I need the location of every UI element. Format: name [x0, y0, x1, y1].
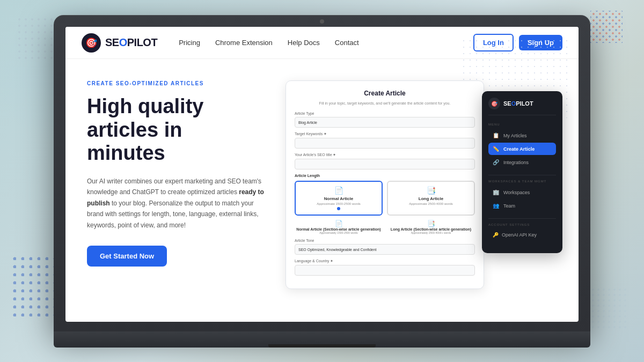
target-keywords-label: Target Keywords ✦ — [295, 132, 475, 136]
dark-menu-label: MENU — [488, 123, 556, 126]
headline-line2: articles in — [87, 119, 182, 141]
article-type-label: Article Type — [295, 112, 475, 115]
sidebar-divider-2 — [488, 218, 556, 219]
nav-chrome-extension[interactable]: Chrome Extension — [215, 39, 273, 47]
article-tone-input[interactable]: SEO Optimized, Knowledgeable and Confide… — [295, 244, 475, 255]
nav-actions: Log In Sign Up — [473, 34, 562, 51]
article-tone-label: Article Tone — [295, 239, 475, 242]
api-key-item[interactable]: 🔑 OpenAI API Key — [488, 230, 556, 240]
login-button[interactable]: Log In — [473, 34, 514, 51]
dark-sidebar-logo: 🎯 SEOPILOT — [488, 98, 556, 115]
dark-logo-text: SEOPILOT — [503, 100, 533, 107]
dark-nav-account: ACCOUNT SETTINGS 🔑 OpenAI API Key — [488, 223, 556, 240]
language-input[interactable] — [295, 265, 475, 276]
nav-pricing[interactable]: Pricing — [179, 39, 200, 47]
logo-pilot: PILOT — [127, 36, 157, 48]
article-type-group: Article Type Blog Article — [295, 112, 475, 128]
logo-icon: 🎯 — [82, 33, 101, 53]
logo: 🎯 SEOPILOT — [82, 33, 157, 53]
dark-nav-create-article[interactable]: ✏️ Create Article — [488, 143, 556, 155]
my-articles-icon: 📋 — [493, 132, 499, 138]
create-article-label: Create Article — [503, 146, 535, 152]
article-ui-title: Create Article — [295, 90, 475, 97]
logo-o: O — [119, 36, 127, 48]
logo-seo: SE — [105, 36, 119, 48]
dark-nav-team[interactable]: 👥 Team — [488, 200, 556, 212]
laptop-base — [54, 331, 590, 348]
article-ui-card: Create Article Fill in your topic, targe… — [286, 80, 484, 289]
normal-section-words: Approximately 1500-2500 words — [295, 231, 383, 234]
description-part2: to your blog. Personalize the output to … — [87, 200, 259, 229]
dark-nav-my-articles[interactable]: 📋 My Articles — [488, 129, 556, 142]
workspaces-icon: 🏢 — [493, 189, 499, 195]
seo-title-label: Your Article's SEO title ✦ — [295, 153, 475, 157]
left-content: CREATE SEO-OPTIMIZED ARTICLES High quali… — [87, 80, 269, 306]
laptop-camera — [320, 19, 324, 24]
workspaces-label: Workspaces — [503, 190, 530, 195]
laptop-screen: 🎯 SEOPILOT Pricing Chrome Extension Help… — [65, 27, 579, 322]
decorative-dots-tr — [590, 11, 623, 43]
decorative-dots-tl — [16, 16, 59, 59]
long-card-words: Approximate 2500-4000 words — [392, 202, 470, 205]
headline-line1: High quality — [87, 95, 203, 117]
sidebar-divider-1 — [488, 175, 556, 175]
laptop-body: 🎯 SEOPILOT Pricing Chrome Extension Help… — [54, 15, 590, 331]
seo-title-input[interactable] — [295, 159, 475, 169]
headline-line3: minutes — [87, 142, 165, 164]
long-card-icon: 📑 — [392, 186, 470, 195]
dark-nav-integrations[interactable]: 🔗 Integrations — [488, 156, 556, 168]
normal-card-icon: 📄 — [300, 186, 377, 195]
target-keywords-group: Target Keywords ✦ — [295, 132, 475, 149]
dark-nav-main: MENU 📋 My Articles ✏️ Create Article — [488, 123, 556, 168]
article-ui-subtitle: Fill in your topic, target keywords, and… — [295, 101, 475, 105]
long-section-words: Approximately 2500-4000+ words — [387, 231, 475, 234]
long-section-option[interactable]: 📑 Long Article (Section-wise article gen… — [387, 220, 475, 234]
description: Our AI writer combines our expert market… — [87, 176, 269, 231]
normal-section-icon: 📄 — [295, 220, 383, 227]
team-icon: 👥 — [493, 203, 499, 209]
account-label: ACCOUNT SETTINGS — [488, 223, 556, 226]
navbar: 🎯 SEOPILOT Pricing Chrome Extension Help… — [65, 27, 579, 59]
right-content: Create Article Fill in your topic, targe… — [280, 80, 562, 306]
dark-sidebar: 🎯 SEOPILOT MENU 📋 My Articles — [482, 91, 562, 253]
article-type-input[interactable]: Blog Article — [295, 117, 475, 128]
normal-card-title: Normal Article — [300, 196, 377, 201]
dark-nav-workspaces[interactable]: 🏢 Workspaces — [488, 186, 556, 198]
target-keywords-input[interactable] — [295, 138, 475, 149]
create-article-icon: ✏️ — [493, 146, 499, 152]
workspace-label: WORKSPACES & TEAM MGMT — [488, 180, 556, 183]
seo-title-group: Your Article's SEO title ✦ — [295, 153, 475, 169]
dark-logo-icon: 🎯 — [488, 98, 500, 109]
length-options: 📄 Normal Article Approximate 1500-2500 w… — [295, 181, 475, 216]
normal-card-words: Approximate 1500-2500 words — [300, 202, 377, 205]
language-group: Language & Country ✦ — [295, 259, 475, 276]
long-card-title: Long Article — [392, 196, 470, 201]
dark-nav-workspace: WORKSPACES & TEAM MGMT 🏢 Workspaces 👥 Te… — [488, 180, 556, 212]
api-key-label: OpenAI API Key — [502, 232, 537, 238]
cta-button[interactable]: Get Started Now — [87, 246, 167, 267]
team-label: Team — [503, 203, 515, 209]
decorative-dots-br — [585, 287, 628, 330]
length-card-long[interactable]: 📑 Long Article Approximate 2500-4000 wor… — [387, 181, 475, 216]
signup-button[interactable]: Sign Up — [519, 35, 562, 50]
normal-section-option[interactable]: 📄 Normal Article (Section-wise article g… — [295, 220, 383, 234]
integrations-icon: 🔗 — [493, 159, 499, 165]
my-articles-label: My Articles — [503, 133, 527, 138]
main-content: CREATE SEO-OPTIMIZED ARTICLES High quali… — [65, 59, 579, 322]
nav-help-docs[interactable]: Help Docs — [288, 39, 320, 47]
description-part1: Our AI writer combines our expert market… — [87, 178, 261, 196]
screen-content: 🎯 SEOPILOT Pricing Chrome Extension Help… — [65, 27, 579, 322]
normal-card-dot — [337, 207, 340, 210]
nav-contact[interactable]: Contact — [335, 39, 359, 47]
article-tone-group: Article Tone SEO Optimized, Knowledgeabl… — [295, 239, 475, 255]
normal-section-title: Normal Article (Section-wise article gen… — [295, 227, 383, 231]
long-section-icon: 📑 — [387, 220, 475, 227]
headline: High quality articles in minutes — [87, 95, 269, 165]
article-length-label: Article Length — [295, 174, 475, 178]
long-section-title: Long Article (Section-wise article gener… — [387, 227, 475, 231]
length-options-section: 📄 Normal Article (Section-wise article g… — [295, 220, 475, 234]
integrations-label: Integrations — [503, 160, 529, 165]
logo-text: SEOPILOT — [105, 36, 157, 49]
language-label: Language & Country ✦ — [295, 259, 475, 263]
length-card-normal[interactable]: 📄 Normal Article Approximate 1500-2500 w… — [295, 181, 383, 216]
